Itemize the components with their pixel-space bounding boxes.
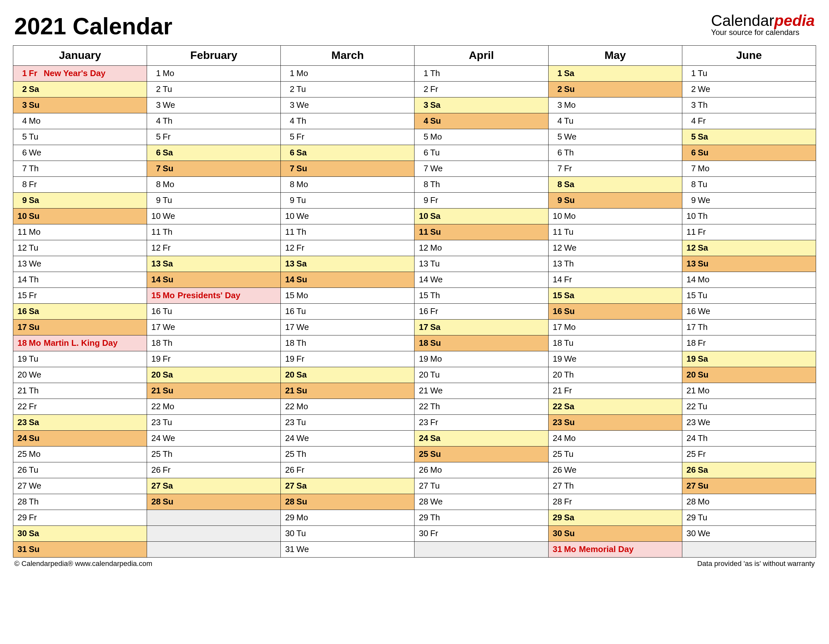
day-cell: 24Mo xyxy=(548,431,682,447)
day-number: 10 xyxy=(150,211,162,221)
day-number: 7 xyxy=(17,164,29,173)
calendar-row: 1FrNew Year's Day1Mo1Mo1Th1Sa1Tu xyxy=(13,66,816,82)
day-cell: 1Tu xyxy=(682,66,816,82)
day-cell: 12Fr xyxy=(147,240,281,256)
day-of-week: Sa xyxy=(430,100,445,110)
day-of-week: Th xyxy=(162,116,178,126)
day-of-week: Su xyxy=(162,275,178,285)
day-of-week: Sa xyxy=(162,148,178,158)
calendar-row: 23Sa23Tu23Tu23Fr23Su23We xyxy=(13,415,816,431)
day-of-week: Fr xyxy=(564,497,579,507)
day-of-week: We xyxy=(564,243,579,253)
day-cell: 7Th xyxy=(13,161,147,177)
day-cell: 22Fr xyxy=(13,399,147,415)
day-of-week: Th xyxy=(564,148,579,158)
day-of-week: Mo xyxy=(698,164,713,173)
day-number: 29 xyxy=(552,513,564,523)
day-cell: 17Th xyxy=(682,320,816,335)
day-cell: 4Fr xyxy=(682,113,816,129)
holiday-name: Martin L. King Day xyxy=(44,338,118,348)
day-cell: 22Th xyxy=(414,399,548,415)
day-of-week: We xyxy=(698,306,713,316)
day-number: 26 xyxy=(284,465,296,475)
day-of-week: We xyxy=(564,132,579,142)
day-of-week: We xyxy=(430,497,445,507)
day-number: 10 xyxy=(552,211,564,221)
day-cell: 10We xyxy=(281,208,414,224)
day-of-week: Tu xyxy=(29,354,44,364)
day-number: 2 xyxy=(686,84,698,94)
day-number: 14 xyxy=(552,275,564,285)
day-number: 6 xyxy=(284,148,296,158)
calendar-row: 30Sa30Tu30Fr30Su30We xyxy=(13,526,816,542)
day-of-week: Fr xyxy=(698,227,713,237)
day-of-week: Sa xyxy=(564,68,579,78)
day-of-week: Su xyxy=(29,211,44,221)
day-number: 4 xyxy=(686,116,698,126)
day-cell: 13Sa xyxy=(281,256,414,272)
day-of-week: We xyxy=(698,528,713,539)
day-number: 3 xyxy=(284,100,296,110)
day-number: 9 xyxy=(150,195,162,205)
day-of-week: Su xyxy=(296,275,311,285)
day-number: 16 xyxy=(17,306,29,316)
day-cell: 4Th xyxy=(281,113,414,129)
calendar-row: 26Tu26Fr26Fr26Mo26We26Sa xyxy=(13,462,816,478)
day-number: 7 xyxy=(284,164,296,173)
day-number: 17 xyxy=(552,322,564,332)
day-of-week: Mo xyxy=(564,100,579,110)
day-cell: 28Fr xyxy=(548,494,682,510)
day-of-week: Fr xyxy=(296,132,311,142)
calendar-row: 19Tu19Fr19Fr19Mo19We19Sa xyxy=(13,351,816,367)
day-number: 3 xyxy=(150,100,162,110)
day-of-week: Su xyxy=(564,84,579,94)
day-number: 13 xyxy=(552,259,564,269)
day-of-week: Fr xyxy=(430,195,445,205)
day-of-week: Tu xyxy=(430,481,445,491)
day-of-week: Tu xyxy=(29,465,44,475)
day-of-week: Su xyxy=(430,227,445,237)
calendar-row: 14Th14Su14Su14We14Fr14Mo xyxy=(13,272,816,288)
day-of-week: Mo xyxy=(296,180,311,189)
day-cell: 12Sa xyxy=(682,240,816,256)
day-number: 29 xyxy=(418,513,430,523)
day-of-week: Su xyxy=(296,386,311,396)
day-cell: 13Th xyxy=(548,256,682,272)
day-of-week: Th xyxy=(162,338,178,348)
calendar-row: 4Mo4Th4Th4Su4Tu4Fr xyxy=(13,113,816,129)
day-of-week: Mo xyxy=(29,227,44,237)
day-of-week: Th xyxy=(564,481,579,491)
calendar-row: 25Mo25Th25Th25Su25Tu25Fr xyxy=(13,447,816,462)
day-number: 6 xyxy=(552,148,564,158)
day-number: 7 xyxy=(418,164,430,173)
day-number: 15 xyxy=(17,290,29,301)
day-of-week: Su xyxy=(29,322,44,332)
day-of-week: Tu xyxy=(162,195,178,205)
day-of-week: Tu xyxy=(162,84,178,94)
day-number: 19 xyxy=(284,354,296,364)
day-of-week: Sa xyxy=(564,402,579,411)
day-number: 22 xyxy=(686,402,698,411)
calendar-row: 29Fr29Mo29Th29Sa29Tu xyxy=(13,510,816,526)
day-cell: 6Sa xyxy=(147,145,281,161)
day-of-week: Mo xyxy=(296,513,311,523)
day-of-week: We xyxy=(564,354,579,364)
day-number: 16 xyxy=(284,306,296,316)
day-cell: 3We xyxy=(281,98,414,113)
day-cell: 2Sa xyxy=(13,82,147,98)
day-cell: 11Tu xyxy=(548,224,682,240)
day-number: 30 xyxy=(17,528,29,539)
day-number: 13 xyxy=(17,259,29,269)
day-cell: 28Su xyxy=(147,494,281,510)
calendar-row: 18MoMartin L. King Day18Th18Th18Su18Tu18… xyxy=(13,335,816,351)
day-number: 28 xyxy=(17,497,29,507)
day-cell: 30Fr xyxy=(414,526,548,542)
day-cell xyxy=(147,526,281,542)
day-cell: 2Tu xyxy=(281,82,414,98)
day-number: 12 xyxy=(150,243,162,253)
day-cell: 8Sa xyxy=(548,177,682,193)
day-cell: 15MoPresidents' Day xyxy=(147,288,281,304)
day-cell: 4Su xyxy=(414,113,548,129)
day-number: 22 xyxy=(418,402,430,411)
day-cell: 10We xyxy=(147,208,281,224)
